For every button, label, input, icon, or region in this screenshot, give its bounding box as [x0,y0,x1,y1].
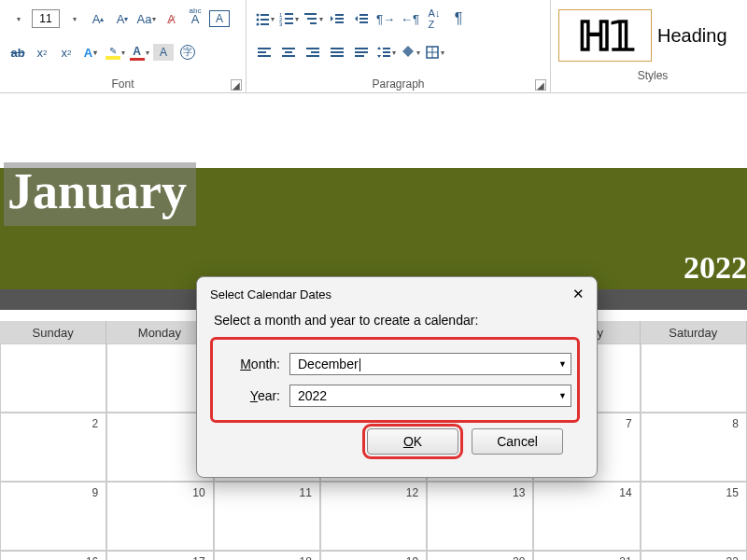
calendar-date-number: 10 [192,486,204,499]
clear-formatting-icon[interactable]: A̷ [161,8,181,29]
calendar-cell[interactable]: 9 [0,482,106,551]
svg-rect-16 [335,18,344,20]
shading-icon[interactable]: ▾ [400,42,420,63]
phonetic-guide-icon[interactable]: abcA [185,8,205,29]
calendar-date-number: 22 [726,555,739,560]
calendar-date-number: 7 [626,417,632,430]
svg-rect-28 [311,51,319,53]
font-size-dropdown[interactable]: ▾ [63,8,84,29]
highlight-icon[interactable]: ✎▾ [105,42,125,63]
align-center-icon[interactable] [278,42,299,63]
month-dropdown[interactable]: December ▼ [289,353,571,375]
calendar-year-title: 2022 [684,250,747,286]
year-dropdown[interactable]: 2022 ▼ [289,385,571,407]
calendar-cell[interactable]: 22 [641,551,747,560]
calendar-cell[interactable]: 14 [533,482,640,551]
calendar-cell[interactable]: 20 [427,551,533,560]
text-effects-icon[interactable]: A▾ [80,42,101,63]
calendar-date-number: 13 [513,486,525,499]
calendar-cell[interactable]: 12 [320,482,427,551]
sort-icon[interactable]: A↓Z [424,8,444,29]
subscript-icon[interactable]: x2 [32,42,52,63]
calendar-date-number: 21 [619,555,631,560]
svg-rect-12 [304,13,317,15]
decrease-font-icon[interactable]: A▾ [112,8,133,29]
svg-rect-36 [383,48,390,49]
svg-rect-37 [383,51,390,53]
svg-rect-19 [359,18,368,20]
calendar-date-number: 16 [86,555,98,560]
calendar-cell[interactable]: 15 [641,482,747,551]
svg-rect-27 [306,48,319,49]
increase-font-icon[interactable]: A▴ [88,8,108,29]
calendar-cell[interactable]: 21 [533,551,640,560]
show-hide-marks-icon[interactable]: ¶ [448,8,469,29]
bullets-icon[interactable]: ▾ [254,8,275,29]
ribbon-group-paragraph: ▾ 123▾ ▾ ¶→ ←¶ A↓Z ¶ ▾ ▾ ▾ Paragrap [247,0,551,92]
multilevel-list-icon[interactable]: ▾ [303,8,323,29]
svg-rect-9 [285,18,293,20]
calendar-date-number: 18 [299,555,311,560]
svg-rect-15 [335,14,344,16]
ok-button[interactable]: OK [367,428,458,455]
svg-rect-13 [307,18,317,20]
cancel-button[interactable]: Cancel [472,428,563,455]
dialog-title: Select Calendar Dates [210,287,331,301]
calendar-cell[interactable]: 17 [106,551,213,560]
character-shading-icon[interactable]: A [153,44,174,61]
decrease-indent-icon[interactable] [327,8,347,29]
numbering-icon[interactable]: 123▾ [278,8,299,29]
font-color-icon[interactable]: A▾ [129,42,149,63]
borders-icon[interactable]: ▾ [424,42,444,63]
calendar-cell[interactable]: 16 [0,551,106,560]
dayhead-sun: Sunday [0,321,106,343]
calendar-cell[interactable]: 13 [427,482,533,551]
svg-rect-21 [258,48,271,49]
enclose-characters-icon[interactable]: 字 [177,42,198,63]
svg-rect-35 [355,55,364,57]
ribbon: ▾ 11 ▾ A▴ A▾ Aa▾ A̷ abcA A ab x2 x2 A▾ ✎… [0,0,747,93]
superscript-icon[interactable]: x2 [56,42,77,63]
calendar-cell[interactable]: 8 [641,413,747,482]
font-dialog-launcher-icon[interactable]: ◢ [231,79,242,91]
line-spacing-icon[interactable]: ▾ [375,42,396,63]
calendar-cell[interactable]: 18 [214,551,320,560]
distributed-align-icon[interactable] [351,42,372,63]
svg-rect-32 [331,55,344,57]
align-left-icon[interactable] [254,42,275,63]
svg-rect-24 [282,48,295,49]
dayhead-sat: Saturday [641,321,747,343]
calendar-cell[interactable]: 2 [0,413,106,482]
calendar-cell[interactable] [0,343,106,413]
svg-rect-20 [359,21,368,23]
select-calendar-dates-dialog: Select Calendar Dates ✕ Select a month a… [196,276,598,478]
style-name-label[interactable]: Heading [657,25,727,47]
calendar-date-number: 11 [299,486,311,499]
strikethrough-icon[interactable]: ab [7,42,28,63]
increase-indent-icon[interactable] [351,8,372,29]
character-border-icon[interactable]: A [209,10,230,27]
year-label: Year: [215,388,289,403]
change-case-icon[interactable]: Aa▾ [136,8,157,29]
svg-rect-31 [331,51,344,53]
calendar-month-title[interactable]: January [4,162,196,226]
rtl-direction-icon[interactable]: ←¶ [400,8,420,29]
ribbon-group-styles: ℍ𝟙 Heading Styles [551,0,747,92]
calendar-cell[interactable]: 19 [320,551,427,560]
svg-rect-11 [285,22,293,24]
align-right-icon[interactable] [303,42,323,63]
font-family-dropdown[interactable]: ▾ [7,8,28,29]
ribbon-group-label: Font [7,76,238,91]
calendar-cell[interactable]: 11 [214,482,320,551]
calendar-cell[interactable]: 10 [106,482,213,551]
style-preview[interactable]: ℍ𝟙 [558,9,652,62]
justify-icon[interactable] [327,42,347,63]
svg-point-4 [256,23,259,26]
close-icon[interactable]: ✕ [569,285,587,303]
ltr-direction-icon[interactable]: ¶→ [375,8,396,29]
dialog-instruction: Select a month and year to create a cale… [214,313,580,328]
svg-point-0 [256,14,259,17]
font-size-input[interactable]: 11 [32,9,60,28]
calendar-cell[interactable] [641,343,747,413]
paragraph-dialog-launcher-icon[interactable]: ◢ [535,79,546,91]
